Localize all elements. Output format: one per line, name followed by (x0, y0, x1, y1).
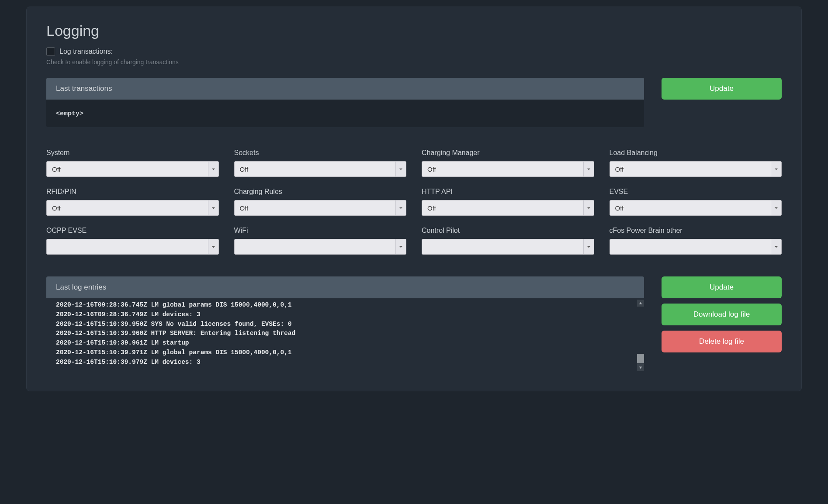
last-transactions-body: <empty> (46, 100, 644, 127)
select-block: Load BalancingOff (610, 149, 782, 177)
delete-log-button[interactable]: Delete log file (662, 331, 782, 352)
chevron-down-icon (208, 239, 218, 254)
transactions-row: Last transactions <empty> Update (46, 78, 782, 127)
select-value: Off (615, 166, 624, 173)
chevron-down-icon (771, 200, 781, 215)
log-transactions-checkbox[interactable] (46, 47, 55, 56)
select-control[interactable] (610, 239, 782, 255)
select-control[interactable]: Off (610, 200, 782, 216)
last-log-body[interactable]: 2020-12-16T09:28:36.745Z LM global param… (46, 298, 644, 371)
select-value: Off (52, 166, 61, 173)
log-transactions-row: Log transactions: (46, 47, 782, 56)
select-block: HTTP APIOff (422, 188, 594, 216)
last-transactions-panel: Last transactions <empty> (46, 78, 644, 127)
log-line: 2020-12-16T09:28:36.749Z LM devices: 3 (56, 310, 634, 320)
select-label: WiFi (234, 227, 407, 235)
select-label: HTTP API (422, 188, 594, 196)
last-log-panel: Last log entries 2020-12-16T09:28:36.745… (46, 276, 644, 371)
last-log-header: Last log entries (46, 276, 644, 298)
logging-card: Logging Log transactions: Check to enabl… (26, 7, 802, 391)
select-control[interactable]: Off (234, 200, 407, 216)
select-value: Off (240, 204, 249, 212)
select-label: Charging Manager (422, 149, 594, 157)
chevron-down-icon (583, 162, 594, 176)
select-value: Off (52, 204, 61, 212)
log-line: 2020-12-16T15:10:39.960Z HTTP SERVER: En… (56, 329, 634, 338)
chevron-down-icon (583, 239, 594, 254)
page-title: Logging (46, 22, 782, 39)
scroll-up-icon[interactable] (637, 300, 644, 307)
select-control[interactable]: Off (610, 161, 782, 177)
select-value: Off (240, 166, 249, 173)
select-control[interactable] (46, 239, 219, 255)
log-line: 2020-12-16T15:10:39.979Z LM devices: 3 (56, 358, 634, 367)
chevron-down-icon (771, 162, 781, 176)
select-label: System (46, 149, 219, 157)
log-transactions-helper: Check to enable logging of charging tran… (46, 59, 782, 66)
select-control[interactable]: Off (46, 200, 219, 216)
log-scrollbar[interactable] (637, 300, 644, 371)
select-block: SystemOff (46, 149, 219, 177)
log-level-selects-grid: SystemOffSocketsOffCharging ManagerOffLo… (46, 149, 782, 255)
select-label: Control Pilot (422, 227, 594, 235)
select-value: Off (427, 166, 436, 173)
transactions-side-col: Update (662, 78, 782, 127)
select-control[interactable] (234, 239, 407, 255)
select-block: OCPP EVSE (46, 227, 219, 255)
scroll-thumb[interactable] (637, 354, 644, 363)
select-block: RFID/PINOff (46, 188, 219, 216)
select-control[interactable]: Off (422, 161, 594, 177)
chevron-down-icon (583, 200, 594, 215)
log-line: 2020-12-16T15:10:39.950Z SYS No valid li… (56, 320, 634, 329)
select-block: WiFi (234, 227, 407, 255)
log-line: 2020-12-16T09:28:36.745Z LM global param… (56, 300, 634, 310)
chevron-down-icon (208, 200, 218, 215)
chevron-down-icon (208, 162, 218, 176)
select-control[interactable] (422, 239, 594, 255)
select-block: Charging ManagerOff (422, 149, 594, 177)
select-control[interactable]: Off (46, 161, 219, 177)
update-transactions-button[interactable]: Update (662, 78, 782, 100)
select-control[interactable]: Off (234, 161, 407, 177)
select-label: OCPP EVSE (46, 227, 219, 235)
select-value: Off (427, 204, 436, 212)
select-block: SocketsOff (234, 149, 407, 177)
last-transactions-body-text: <empty> (56, 110, 83, 117)
log-transactions-label: Log transactions: (59, 48, 113, 55)
select-label: cFos Power Brain other (610, 227, 782, 235)
download-log-button[interactable]: Download log file (662, 304, 782, 325)
select-block: Control Pilot (422, 227, 594, 255)
chevron-down-icon (395, 200, 406, 215)
chevron-down-icon (395, 239, 406, 254)
chevron-down-icon (771, 239, 781, 254)
chevron-down-icon (395, 162, 406, 176)
scroll-down-icon[interactable] (637, 364, 644, 371)
log-line: 2020-12-16T15:10:39.971Z LM global param… (56, 348, 634, 358)
log-row: Last log entries 2020-12-16T09:28:36.745… (46, 276, 782, 371)
select-control[interactable]: Off (422, 200, 594, 216)
select-block: cFos Power Brain other (610, 227, 782, 255)
log-line: 2020-12-16T15:10:39.961Z LM startup (56, 338, 634, 348)
select-block: EVSEOff (610, 188, 782, 216)
select-block: Charging RulesOff (234, 188, 407, 216)
select-label: Charging Rules (234, 188, 407, 196)
select-label: Sockets (234, 149, 407, 157)
select-label: EVSE (610, 188, 782, 196)
update-log-button[interactable]: Update (662, 276, 782, 298)
log-side-col: Update Download log file Delete log file (662, 276, 782, 371)
select-value: Off (615, 204, 624, 212)
select-label: RFID/PIN (46, 188, 219, 196)
last-transactions-header: Last transactions (46, 78, 644, 100)
select-label: Load Balancing (610, 149, 782, 157)
